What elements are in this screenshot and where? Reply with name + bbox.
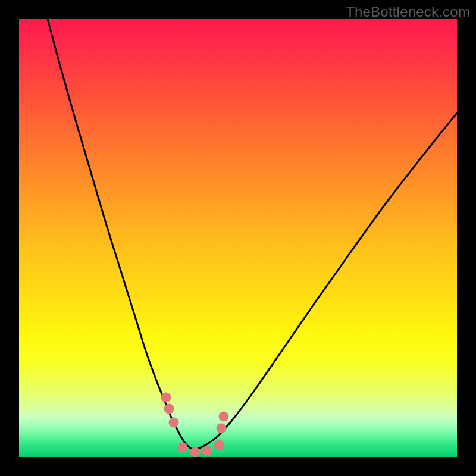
- marker-dot: [161, 393, 171, 403]
- minimum-markers: [161, 393, 229, 458]
- watermark-text: TheBottleneck.com: [346, 4, 470, 20]
- marker-dot: [164, 404, 174, 414]
- marker-dot: [169, 418, 179, 428]
- marker-dot: [214, 440, 224, 450]
- chart-frame: TheBottleneck.com: [0, 0, 476, 476]
- marker-dot: [217, 424, 227, 434]
- curve-layer: [19, 19, 457, 457]
- marker-dot: [202, 446, 212, 456]
- marker-dot: [219, 412, 229, 422]
- bottleneck-curve: [48, 19, 459, 449]
- plot-area: [19, 19, 457, 457]
- marker-dot: [178, 443, 188, 453]
- marker-dot: [190, 447, 201, 458]
